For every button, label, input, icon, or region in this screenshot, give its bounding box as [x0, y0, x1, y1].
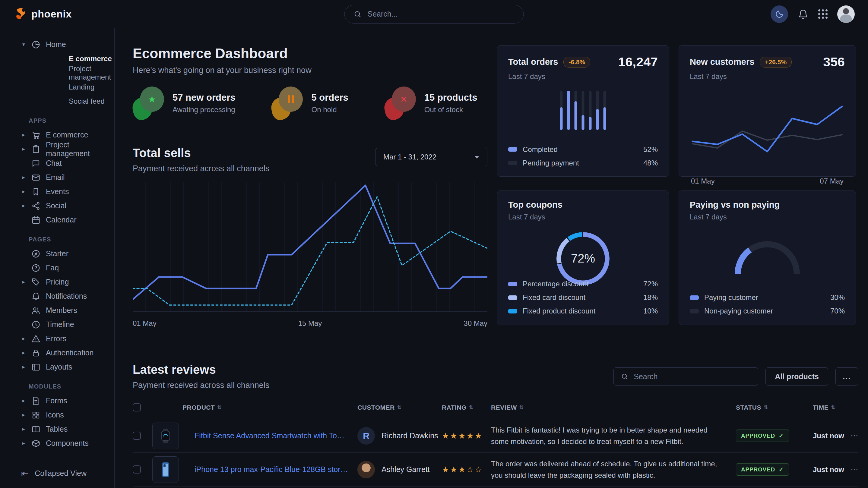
reviews-search[interactable] [614, 367, 758, 386]
stat-value: 57 new orders [173, 92, 235, 103]
product-cell: Fitbit Sense Advanced Smartwatch with To… [194, 431, 358, 440]
sidebar-item-timeline[interactable]: Timeline [0, 317, 114, 331]
collapse-icon: ⇤ [21, 468, 29, 479]
bar-track [567, 91, 570, 130]
stat-value: 5 orders [311, 92, 348, 103]
sidebar-section-label: MODULES [29, 383, 114, 390]
sidebar-item-authentication[interactable]: ▸Authentication [0, 346, 114, 360]
sidebar-item-events[interactable]: ▸Events [0, 185, 114, 199]
sidebar-item-calendar[interactable]: Calendar [0, 213, 114, 227]
lock-icon [31, 349, 44, 357]
sidebar-item-forms[interactable]: ▸Forms [0, 394, 114, 408]
legend-value: 52% [643, 145, 658, 154]
sidebar-item-errors[interactable]: ▸Errors [0, 331, 114, 346]
sidebar-item-project-management[interactable]: ▸Project management [0, 142, 114, 156]
sort-icon: ⇅ [519, 404, 524, 411]
profile-avatar[interactable] [837, 5, 855, 23]
row-select-cell [133, 465, 152, 474]
product-link[interactable]: iPhone 13 pro max-Pacific Blue-128GB sto… [194, 465, 358, 474]
notifications-button[interactable] [798, 9, 809, 20]
pause-icon [288, 95, 294, 103]
sidebar-item-social[interactable]: ▸Social [0, 199, 114, 213]
bar-fill [582, 115, 585, 130]
bar-fill [596, 109, 599, 130]
sidebar-item-icons[interactable]: ▸Icons [0, 408, 114, 422]
date-range-select[interactable]: Mar 1 - 31, 2022 [375, 148, 487, 166]
customer-name: Ashley Garrett [381, 465, 430, 474]
column-header[interactable]: RATING [442, 404, 467, 411]
product-thumb-cell [152, 456, 194, 483]
sidebar-section-label: PAGES [29, 236, 114, 243]
legend-label: Fixed card discount [523, 293, 638, 302]
total-sells-chart: 01 May 15 May 30 May [133, 182, 487, 328]
sidebar-item-tables[interactable]: ▸Tables [0, 422, 114, 436]
sidebar-subitem-e-commerce[interactable]: E commerce [0, 52, 114, 66]
all-products-button[interactable]: All products [766, 367, 828, 386]
stat-sub: Out of stock [424, 105, 477, 114]
sidebar-subitem-project-management[interactable]: Project management [0, 66, 114, 80]
column-header[interactable]: STATUS [736, 404, 761, 411]
legend-swatch [690, 309, 699, 314]
caret-right-icon: ▸ [22, 174, 31, 181]
more-options-button[interactable]: ... [835, 367, 858, 386]
sidebar-item-members[interactable]: Members [0, 303, 114, 317]
caret-right-icon: ▸ [22, 132, 31, 138]
column-header[interactable]: PRODUCT [183, 404, 215, 411]
sidebar-item-chat[interactable]: Chat [0, 156, 114, 170]
sidebar-item-label: Icons [44, 411, 64, 419]
chevron-down-icon [474, 156, 479, 159]
stat-text: 57 new ordersAwating processing [173, 92, 235, 114]
trend-badge: +26.5% [760, 57, 792, 67]
bell-icon [31, 292, 44, 301]
row-menu-button[interactable]: ⋯ [850, 465, 858, 474]
sidebar-item-email[interactable]: ▸Email [0, 170, 114, 185]
apps-grid-button[interactable] [818, 9, 828, 19]
row-checkbox[interactable] [133, 465, 141, 474]
row-checkbox[interactable] [133, 432, 141, 440]
legend-row: Pending payment48% [508, 156, 658, 170]
reviews-search-input[interactable] [633, 372, 751, 381]
card-title: Paying vs non paying [690, 200, 780, 210]
legend-label: Percentage discount [523, 280, 638, 288]
legend-swatch [508, 147, 517, 152]
total-sells-title: Total sells [133, 146, 269, 160]
customer-avatar [358, 461, 375, 478]
bar-track [582, 91, 585, 130]
rating-stars: ★★★★★ [442, 431, 491, 441]
sidebar-subitem-social-feed[interactable]: Social feed [0, 94, 114, 108]
sort-icon: ⇅ [764, 404, 768, 411]
sidebar-subitem-landing[interactable]: Landing [0, 80, 114, 94]
global-search[interactable] [344, 5, 524, 24]
logo[interactable]: phoenix [13, 7, 72, 21]
total-orders-card: Total orders -6.8% 16,247 Last 7 days Co… [497, 45, 669, 176]
column-header[interactable]: TIME [813, 404, 829, 411]
reviews-subtitle: Payment received across all channels [133, 381, 269, 390]
collapse-view-toggle[interactable]: ⇤ Collapsed View [0, 459, 114, 488]
bar-fill [575, 101, 577, 130]
legend-row: Fixed product discount10% [508, 304, 658, 318]
paying-gauge-chart [735, 241, 800, 274]
product-link[interactable]: Fitbit Sense Advanced Smartwatch with To… [194, 431, 358, 440]
stat-blob-icon: ✕ [384, 87, 416, 120]
sidebar-item-label: Faq [44, 263, 59, 272]
column-header[interactable]: REVIEW [491, 404, 517, 411]
dark-mode-toggle[interactable] [771, 5, 788, 23]
sidebar-item-components[interactable]: ▸Components [0, 436, 114, 450]
sidebar-item-home[interactable]: ▾ Home [0, 37, 114, 52]
legend-row: Fixed card discount18% [508, 291, 658, 304]
sidebar-item-starter[interactable]: Starter [0, 247, 114, 261]
sidebar-item-faq[interactable]: Faq [0, 261, 114, 275]
select-all-checkbox[interactable] [133, 403, 141, 412]
sidebar-item-layouts[interactable]: ▸Layouts [0, 360, 114, 374]
sidebar-item-notifications[interactable]: Notifications [0, 289, 114, 303]
global-search-input[interactable] [367, 9, 515, 19]
sidebar-item-e-commerce[interactable]: ▸E commerce [0, 128, 114, 142]
legend-swatch [508, 309, 517, 314]
sidebar-item-pricing[interactable]: ▸Pricing [0, 275, 114, 289]
column-header[interactable]: CUSTOMER [358, 404, 395, 411]
sidebar-item-label: Chat [44, 159, 62, 168]
sidebar-item-label: Components [44, 439, 89, 448]
compass-icon [31, 249, 44, 258]
clock-icon [31, 320, 44, 329]
row-menu-button[interactable]: ⋯ [850, 431, 858, 441]
